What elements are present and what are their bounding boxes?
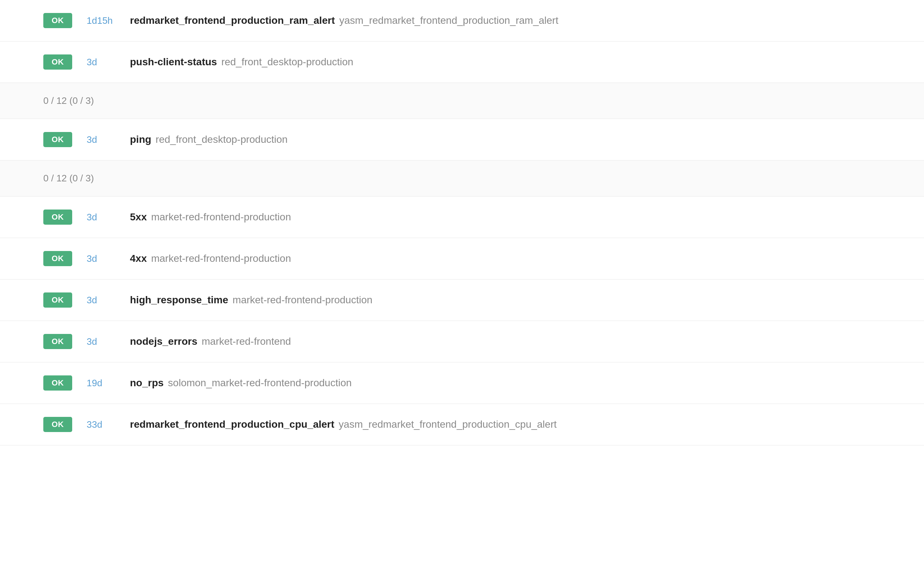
alert-name-primary: push-client-status <box>130 56 217 68</box>
alert-name-secondary: market-red-frontend-production <box>233 294 373 306</box>
alert-name-secondary: red_front_desktop-production <box>221 56 353 68</box>
alert-name-primary: redmarket_frontend_production_cpu_alert <box>130 419 334 430</box>
alert-row[interactable]: OK3d5xxmarket-red-frontend-production <box>0 197 924 238</box>
alert-name-primary: 5xx <box>130 211 147 223</box>
status-badge: OK <box>43 210 72 225</box>
duration-label: 3d <box>87 253 115 264</box>
duration-label: 19d <box>87 377 115 389</box>
alert-name-primary: nodejs_errors <box>130 336 197 347</box>
duration-label: 3d <box>87 212 115 223</box>
alert-row[interactable]: OK1d15hredmarket_frontend_production_ram… <box>0 0 924 42</box>
alert-name-primary: redmarket_frontend_production_ram_alert <box>130 15 335 26</box>
alert-row[interactable]: OK3dhigh_response_timemarket-red-fronten… <box>0 279 924 321</box>
status-badge: OK <box>43 334 72 349</box>
duration-label: 3d <box>87 295 115 306</box>
alert-name-secondary: yasm_redmarket_frontend_production_cpu_a… <box>339 419 557 430</box>
status-badge: OK <box>43 417 72 432</box>
alert-row[interactable]: OK3dnodejs_errorsmarket-red-frontend <box>0 321 924 363</box>
alert-name-secondary: market-red-frontend-production <box>151 253 291 264</box>
summary-row: 0 / 12 (0 / 3) <box>0 161 924 197</box>
status-badge: OK <box>43 376 72 390</box>
duration-label: 3d <box>87 134 115 145</box>
alert-name-primary: ping <box>130 134 151 145</box>
duration-label: 33d <box>87 419 115 430</box>
alert-row[interactable]: OK3dpingred_front_desktop-production <box>0 119 924 161</box>
duration-label: 3d <box>87 56 115 68</box>
status-badge: OK <box>43 132 72 147</box>
alert-name-secondary: solomon_market-red-frontend-production <box>168 377 352 389</box>
status-badge: OK <box>43 13 72 28</box>
status-badge: OK <box>43 292 72 308</box>
alert-name-secondary: market-red-frontend-production <box>151 211 291 223</box>
alert-name-primary: 4xx <box>130 253 147 264</box>
alert-name-primary: high_response_time <box>130 294 228 306</box>
alert-name-secondary: red_front_desktop-production <box>155 134 288 145</box>
status-badge: OK <box>43 55 72 69</box>
alert-row[interactable]: OK3d4xxmarket-red-frontend-production <box>0 238 924 279</box>
duration-label: 3d <box>87 336 115 347</box>
duration-label: 1d15h <box>87 15 115 26</box>
alert-name-primary: no_rps <box>130 377 163 389</box>
summary-text: 0 / 12 (0 / 3) <box>43 173 94 184</box>
alerts-list: OK1d15hredmarket_frontend_production_ram… <box>0 0 924 445</box>
alert-row[interactable]: OK3dpush-client-statusred_front_desktop-… <box>0 42 924 83</box>
status-badge: OK <box>43 251 72 266</box>
alert-row[interactable]: OK19dno_rpssolomon_market-red-frontend-p… <box>0 363 924 404</box>
alert-name-secondary: yasm_redmarket_frontend_production_ram_a… <box>339 15 558 26</box>
alert-row[interactable]: OK33dredmarket_frontend_production_cpu_a… <box>0 404 924 445</box>
summary-text: 0 / 12 (0 / 3) <box>43 95 94 106</box>
alert-name-secondary: market-red-frontend <box>202 336 291 347</box>
summary-row: 0 / 12 (0 / 3) <box>0 83 924 119</box>
